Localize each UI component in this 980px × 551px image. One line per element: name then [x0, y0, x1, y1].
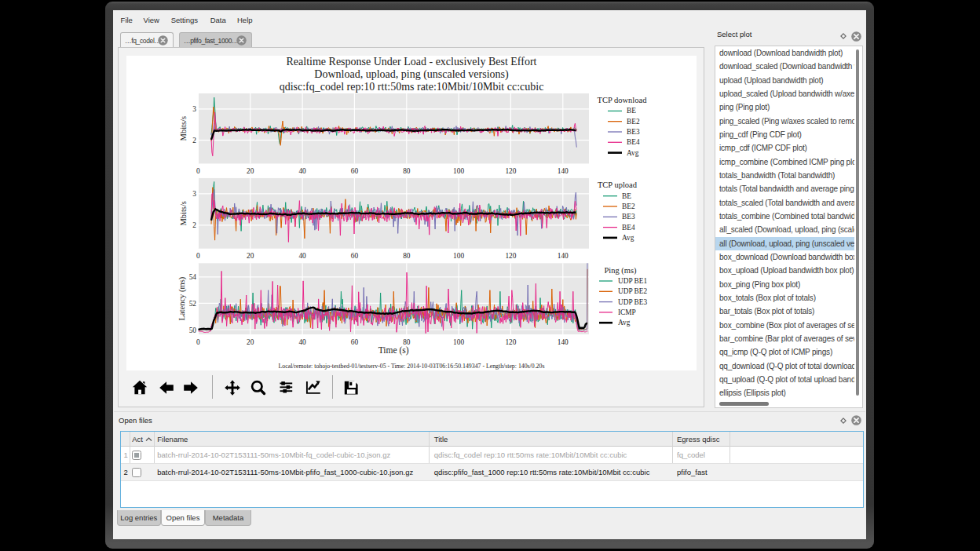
svg-text:100: 100 [453, 338, 464, 346]
svg-text:BE: BE [622, 192, 631, 200]
svg-text:40: 40 [298, 252, 306, 260]
svg-text:UDP BE2: UDP BE2 [618, 287, 647, 295]
svg-text:UDP BE1: UDP BE1 [618, 277, 647, 285]
svg-text:Mbits/s: Mbits/s [179, 116, 188, 141]
svg-text:140: 140 [558, 167, 569, 175]
svg-text:ICMP: ICMP [618, 308, 636, 316]
svg-text:Avg: Avg [622, 234, 634, 242]
svg-text:0: 0 [196, 338, 200, 346]
svg-text:54: 54 [189, 273, 197, 281]
svg-text:2: 2 [192, 221, 196, 229]
svg-text:52: 52 [189, 300, 197, 308]
svg-text:BE4: BE4 [622, 224, 635, 232]
svg-text:3: 3 [192, 105, 196, 113]
svg-text:20: 20 [247, 252, 254, 260]
svg-text:60: 60 [351, 338, 359, 346]
svg-text:140: 140 [558, 338, 569, 346]
svg-text:Ping (ms): Ping (ms) [604, 266, 637, 276]
svg-text:80: 80 [403, 338, 411, 346]
svg-text:BE2: BE2 [622, 203, 635, 210]
svg-text:TCP upload: TCP upload [598, 181, 638, 189]
svg-text:60: 60 [351, 167, 359, 175]
svg-text:qdisc:fq_codel rep:10 rtt:50ms: qdisc:fq_codel rep:10 rtt:50ms rate:10Mb… [280, 81, 544, 93]
svg-text:BE3: BE3 [622, 213, 635, 221]
svg-text:Time (s): Time (s) [378, 345, 409, 356]
svg-text:Local/remote: tohojo-testbed-0: Local/remote: tohojo-testbed-01/testserv… [279, 363, 545, 370]
svg-text:BE4: BE4 [627, 138, 640, 146]
svg-text:BE2: BE2 [627, 118, 640, 126]
svg-text:BE: BE [627, 107, 636, 115]
svg-text:140: 140 [558, 252, 569, 260]
svg-text:100: 100 [453, 252, 464, 260]
svg-text:0: 0 [196, 252, 200, 260]
svg-text:80: 80 [403, 167, 411, 175]
svg-text:120: 120 [505, 338, 516, 346]
svg-text:40: 40 [298, 338, 306, 346]
svg-text:120: 120 [505, 167, 516, 175]
svg-text:Download, upload, ping (unscal: Download, upload, ping (unscaled version… [314, 68, 509, 81]
svg-text:Latency (ms): Latency (ms) [177, 276, 187, 320]
svg-text:100: 100 [453, 167, 464, 175]
svg-text:20: 20 [247, 167, 254, 175]
svg-text:40: 40 [298, 167, 306, 175]
svg-text:UDP BE3: UDP BE3 [618, 298, 647, 306]
svg-text:Realtime Response Under Load -: Realtime Response Under Load - exclusive… [287, 56, 537, 68]
svg-text:Avg: Avg [627, 149, 639, 157]
svg-text:TCP download: TCP download [598, 96, 648, 104]
svg-text:80: 80 [403, 252, 411, 260]
svg-text:Avg: Avg [618, 319, 631, 327]
svg-text:20: 20 [247, 338, 254, 346]
svg-text:50: 50 [189, 327, 197, 334]
svg-text:0: 0 [196, 167, 200, 175]
svg-text:Mbits/s: Mbits/s [179, 201, 188, 226]
svg-text:3: 3 [192, 190, 196, 198]
svg-text:BE3: BE3 [627, 128, 640, 136]
svg-text:120: 120 [505, 252, 516, 260]
svg-text:2: 2 [192, 137, 196, 144]
svg-text:60: 60 [351, 252, 359, 260]
